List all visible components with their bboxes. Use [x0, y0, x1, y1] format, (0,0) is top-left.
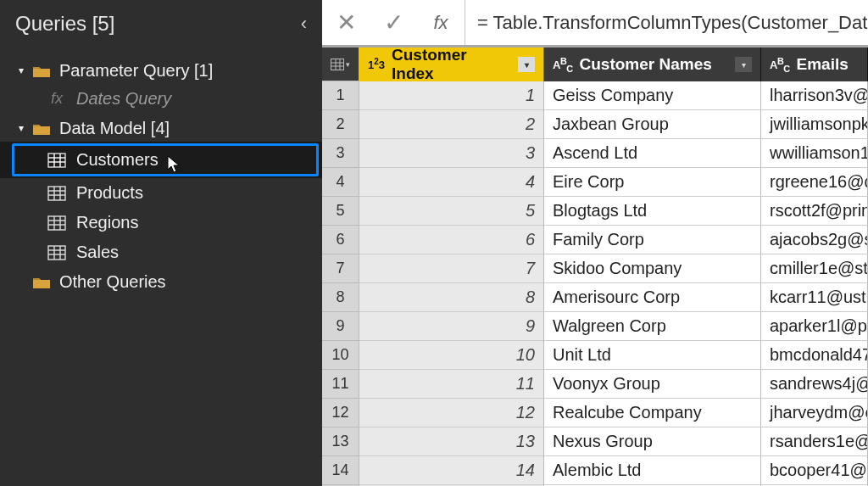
- cell-email[interactable]: rgreene16@devia: [761, 168, 868, 197]
- cell-customer-index[interactable]: 4: [359, 168, 544, 197]
- table-row[interactable]: 99Walgreen Corpaparker1l@pcwo: [322, 312, 868, 341]
- filter-dropdown-icon[interactable]: ▾: [518, 57, 535, 72]
- row-number[interactable]: 1: [322, 81, 359, 110]
- row-number[interactable]: 14: [322, 456, 359, 485]
- cell-email[interactable]: jharveydm@etsy.: [761, 399, 868, 427]
- cell-email[interactable]: rscott2f@printfri: [761, 197, 868, 226]
- query-regions[interactable]: Regions: [0, 208, 322, 237]
- cell-customer-name[interactable]: Eire Corp: [544, 168, 761, 197]
- row-number[interactable]: 11: [322, 370, 359, 399]
- cell-customer-index[interactable]: 9: [359, 312, 544, 341]
- table-row[interactable]: 1313Nexus Grouprsanders1e@latin: [322, 427, 868, 456]
- cell-email[interactable]: lharrison3v@eep: [761, 81, 868, 110]
- text-type-icon: ABC: [553, 57, 573, 73]
- cell-customer-index[interactable]: 2: [359, 110, 544, 139]
- cell-customer-name[interactable]: Alembic Ltd: [544, 456, 761, 485]
- commit-formula-button[interactable]: ✓: [370, 0, 417, 45]
- collapse-pane-button[interactable]: ‹: [301, 13, 307, 35]
- cell-customer-name[interactable]: Ascend Ltd: [544, 139, 761, 168]
- folder-icon: [32, 64, 51, 78]
- cell-customer-name[interactable]: Blogtags Ltd: [544, 197, 761, 226]
- cell-customer-name[interactable]: Geiss Company: [544, 81, 761, 110]
- row-number[interactable]: 13: [322, 427, 359, 456]
- cell-email[interactable]: rsanders1e@latin: [761, 427, 868, 456]
- cell-customer-name[interactable]: Family Corp: [544, 226, 761, 254]
- select-all-cell[interactable]: ▾: [322, 47, 359, 81]
- cell-customer-name[interactable]: Voonyx Group: [544, 370, 761, 399]
- cancel-formula-button[interactable]: ✕: [322, 0, 370, 45]
- query-sales[interactable]: Sales: [0, 237, 322, 267]
- table-row[interactable]: 55Blogtags Ltdrscott2f@printfri: [322, 197, 868, 226]
- table-row[interactable]: 88Amerisourc Corpkcarr11@ustream: [322, 283, 868, 312]
- table-row[interactable]: 77Skidoo Companycmiller1e@statco: [322, 254, 868, 283]
- cell-customer-index[interactable]: 1: [359, 81, 544, 110]
- table-row[interactable]: 33Ascend Ltdwwilliamson1g@: [322, 139, 868, 168]
- query-products[interactable]: Products: [0, 178, 322, 208]
- row-number[interactable]: 6: [322, 226, 359, 254]
- row-number[interactable]: 2: [322, 110, 359, 139]
- cell-customer-index[interactable]: 3: [359, 139, 544, 168]
- table-row[interactable]: 22Jaxbean Groupjwilliamsonpk@: [322, 110, 868, 139]
- col-header-customer-names[interactable]: ABC Customer Names ▾: [544, 47, 761, 81]
- cell-email[interactable]: aparker1l@pcwo: [761, 312, 868, 341]
- fx-icon: fx: [417, 0, 465, 45]
- query-customers[interactable]: Customers: [0, 142, 322, 178]
- cell-customer-name[interactable]: Unit Ltd: [544, 341, 761, 370]
- grid-body: 11Geiss Companylharrison3v@eep22Jaxbean …: [322, 81, 868, 486]
- cell-email[interactable]: ajacobs2g@seatt: [761, 226, 868, 254]
- cell-email[interactable]: wwilliamson1g@: [761, 139, 868, 168]
- table-row[interactable]: 11Geiss Companylharrison3v@eep: [322, 81, 868, 110]
- cell-email[interactable]: cmiller1e@statco: [761, 254, 868, 283]
- cell-customer-index[interactable]: 6: [359, 226, 544, 254]
- number-type-icon: 123: [368, 57, 385, 71]
- filter-dropdown-icon[interactable]: ▾: [735, 57, 752, 72]
- table-row[interactable]: 44Eire Corprgreene16@devia: [322, 168, 868, 197]
- col-caption: Customer Index: [392, 47, 511, 83]
- cell-customer-name[interactable]: Nexus Group: [544, 427, 761, 456]
- cell-email[interactable]: sandrews4j@cisc: [761, 370, 868, 399]
- cell-email[interactable]: jwilliamsonpk@: [761, 110, 868, 139]
- cell-customer-index[interactable]: 10: [359, 341, 544, 370]
- formula-bar: ✕ ✓ fx = Table.TransformColumnTypes(Cust…: [322, 0, 868, 47]
- cell-customer-name[interactable]: Walgreen Corp: [544, 312, 761, 341]
- row-number[interactable]: 12: [322, 399, 359, 427]
- row-number[interactable]: 3: [322, 139, 359, 168]
- table-row[interactable]: 66Family Corpajacobs2g@seatt: [322, 226, 868, 254]
- cell-customer-index[interactable]: 7: [359, 254, 544, 283]
- table-icon: [47, 215, 66, 231]
- cell-email[interactable]: kcarr11@ustream: [761, 283, 868, 312]
- cell-customer-index[interactable]: 12: [359, 399, 544, 427]
- group-parameter-query[interactable]: ▾ Parameter Query [1]: [0, 56, 322, 84]
- cell-customer-index[interactable]: 13: [359, 427, 544, 456]
- row-number[interactable]: 10: [322, 341, 359, 370]
- cell-customer-name[interactable]: Skidoo Company: [544, 254, 761, 283]
- cell-customer-name[interactable]: Realcube Company: [544, 399, 761, 427]
- data-grid: ▾ 123 Customer Index ▾ ABC Customer Name…: [322, 47, 868, 486]
- caret-down-icon: ▾: [19, 122, 24, 134]
- table-row[interactable]: 1111Voonyx Groupsandrews4j@cisc: [322, 370, 868, 399]
- row-number[interactable]: 9: [322, 312, 359, 341]
- cell-customer-index[interactable]: 11: [359, 370, 544, 399]
- cell-email[interactable]: bmcdonald47@jc: [761, 341, 868, 370]
- col-caption: Emails: [797, 55, 859, 74]
- table-row[interactable]: 1212Realcube Companyjharveydm@etsy.: [322, 399, 868, 427]
- group-data-model[interactable]: ▾ Data Model [4]: [0, 114, 322, 142]
- cell-email[interactable]: bcooper41@guar: [761, 456, 868, 485]
- cell-customer-index[interactable]: 8: [359, 283, 544, 312]
- col-header-emails[interactable]: ABC Emails: [761, 47, 868, 81]
- cell-customer-name[interactable]: Jaxbean Group: [544, 110, 761, 139]
- group-other-queries[interactable]: Other Queries: [0, 267, 322, 295]
- folder-icon: [32, 122, 51, 136]
- cell-customer-index[interactable]: 14: [359, 456, 544, 485]
- row-number[interactable]: 5: [322, 197, 359, 226]
- row-number[interactable]: 8: [322, 283, 359, 312]
- row-number[interactable]: 7: [322, 254, 359, 283]
- table-row[interactable]: 1414Alembic Ltdbcooper41@guar: [322, 456, 868, 485]
- cell-customer-index[interactable]: 5: [359, 197, 544, 226]
- row-number[interactable]: 4: [322, 168, 359, 197]
- formula-input[interactable]: = Table.TransformColumnTypes(Customer_Da…: [465, 0, 868, 45]
- table-row[interactable]: 1010Unit Ltdbmcdonald47@jc: [322, 341, 868, 370]
- col-header-customer-index[interactable]: 123 Customer Index ▾: [359, 47, 544, 81]
- cell-customer-name[interactable]: Amerisourc Corp: [544, 283, 761, 312]
- query-dates[interactable]: fx Dates Query: [0, 84, 322, 114]
